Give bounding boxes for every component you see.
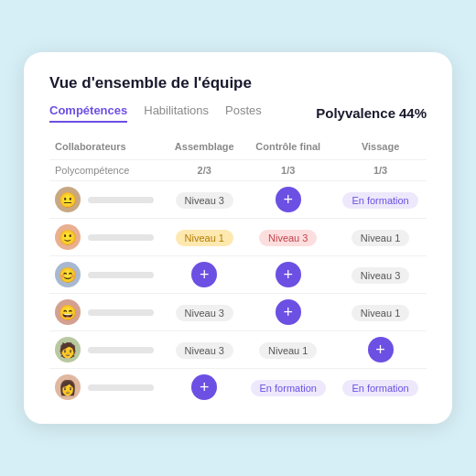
avatar: 👩 xyxy=(55,374,81,400)
user-cell-3: 😄 xyxy=(49,294,167,331)
table-row: 🧑 Niveau 3Niveau 1+ xyxy=(49,331,427,369)
add-level-button[interactable]: + xyxy=(191,374,217,400)
card-title: Vue d'ensemble de l'équipe xyxy=(49,74,427,92)
user-info: 😄 xyxy=(55,299,161,325)
col-controle-final: Contrôle final xyxy=(242,137,334,160)
level-badge: Niveau 3 xyxy=(176,192,233,209)
cell-r4-c2[interactable]: + xyxy=(334,331,427,369)
user-cell-0: 😐 xyxy=(49,181,167,219)
table-row: 😐 Niveau 3+En formation xyxy=(49,181,427,219)
cell-r5-c0[interactable]: + xyxy=(167,369,242,406)
level-badge: En formation xyxy=(251,380,326,396)
polyvalence-label: Polyvalence xyxy=(316,105,395,121)
level-badge: Niveau 1 xyxy=(352,305,409,321)
polyvalence-value: 44% xyxy=(399,105,427,121)
tabs-container: Compétences Habilitations Postes xyxy=(49,103,262,123)
cell-r3-c1[interactable]: + xyxy=(242,294,334,331)
cell-r4-c1: Niveau 1 xyxy=(242,331,334,369)
col-assemblage: Assemblage xyxy=(167,137,242,160)
level-badge: Niveau 3 xyxy=(259,230,317,246)
level-badge: En formation xyxy=(342,192,417,209)
competences-table: Collaborateurs Assemblage Contrôle final… xyxy=(49,137,427,406)
polycomp-vissage: 1/3 xyxy=(334,160,427,181)
user-info: 🧑 xyxy=(55,337,161,362)
user-name-bar xyxy=(88,234,154,241)
level-badge: Niveau 1 xyxy=(176,230,233,246)
cell-r0-c0: Niveau 3 xyxy=(167,181,242,219)
cell-r5-c2: En formation xyxy=(334,369,427,406)
table-row: 😄 Niveau 3+Niveau 1 xyxy=(49,294,427,331)
cell-r0-c1[interactable]: + xyxy=(242,181,334,219)
main-card: Vue d'ensemble de l'équipe Compétences H… xyxy=(24,52,452,424)
avatar: 😊 xyxy=(55,262,81,287)
user-cell-4: 🧑 xyxy=(49,331,167,369)
table-row: 🙂 Niveau 1Niveau 3Niveau 1 xyxy=(49,219,427,256)
user-cell-1: 🙂 xyxy=(49,219,167,256)
cell-r0-c2: En formation xyxy=(334,181,427,219)
tabs-row: Compétences Habilitations Postes Polyval… xyxy=(49,103,427,123)
polycomp-controle: 1/3 xyxy=(242,160,334,181)
user-name-bar xyxy=(88,272,154,278)
cell-r2-c2: Niveau 3 xyxy=(334,256,427,294)
user-info: 😊 xyxy=(55,262,161,287)
polyvalence-display: Polyvalence44% xyxy=(312,105,427,121)
add-level-button[interactable]: + xyxy=(276,262,301,287)
level-badge: Niveau 1 xyxy=(259,342,317,359)
cell-r1-c1: Niveau 3 xyxy=(242,219,334,256)
add-level-button[interactable]: + xyxy=(191,262,217,287)
cell-r3-c0: Niveau 3 xyxy=(167,294,242,331)
avatar: 😐 xyxy=(55,187,81,212)
cell-r5-c1: En formation xyxy=(242,369,334,406)
table-row: 👩 +En formationEn formation xyxy=(49,369,427,406)
avatar: 😄 xyxy=(55,299,81,325)
user-name-bar xyxy=(88,347,154,353)
user-name-bar xyxy=(88,384,154,391)
col-collaborateurs: Collaborateurs xyxy=(49,137,167,160)
cell-r3-c2: Niveau 1 xyxy=(334,294,427,331)
add-level-button[interactable]: + xyxy=(276,299,301,325)
cell-r4-c0: Niveau 3 xyxy=(167,331,242,369)
user-name-bar xyxy=(88,309,154,316)
user-info: 😐 xyxy=(55,187,161,212)
add-level-button[interactable]: + xyxy=(276,187,301,212)
avatar: 🧑 xyxy=(55,337,81,362)
level-badge: Niveau 3 xyxy=(176,305,233,321)
cell-r2-c0[interactable]: + xyxy=(167,256,242,294)
cell-r2-c1[interactable]: + xyxy=(242,256,334,294)
user-cell-2: 😊 xyxy=(49,256,167,294)
table-header-row: Collaborateurs Assemblage Contrôle final… xyxy=(49,137,427,160)
tab-postes[interactable]: Postes xyxy=(225,103,262,123)
cell-r1-c0: Niveau 1 xyxy=(167,219,242,256)
user-info: 👩 xyxy=(55,374,161,400)
add-level-button[interactable]: + xyxy=(368,337,394,362)
table-row: 😊 ++Niveau 3 xyxy=(49,256,427,294)
polycomp-label: Polycompétence xyxy=(49,160,167,181)
user-info: 🙂 xyxy=(55,224,161,250)
user-cell-5: 👩 xyxy=(49,369,167,406)
level-badge: Niveau 1 xyxy=(352,230,409,246)
tab-habilitations[interactable]: Habilitations xyxy=(144,103,209,123)
level-badge: Niveau 3 xyxy=(176,342,233,359)
level-badge: Niveau 3 xyxy=(352,267,409,284)
tab-competences[interactable]: Compétences xyxy=(49,103,127,123)
polycomp-assemblage: 2/3 xyxy=(167,160,242,181)
user-name-bar xyxy=(88,197,154,203)
avatar: 🙂 xyxy=(55,224,81,250)
polycomp-row: Polycompétence 2/3 1/3 1/3 xyxy=(49,160,427,181)
level-badge: En formation xyxy=(342,380,417,396)
col-vissage: Vissage xyxy=(334,137,427,160)
cell-r1-c2: Niveau 1 xyxy=(334,219,427,256)
